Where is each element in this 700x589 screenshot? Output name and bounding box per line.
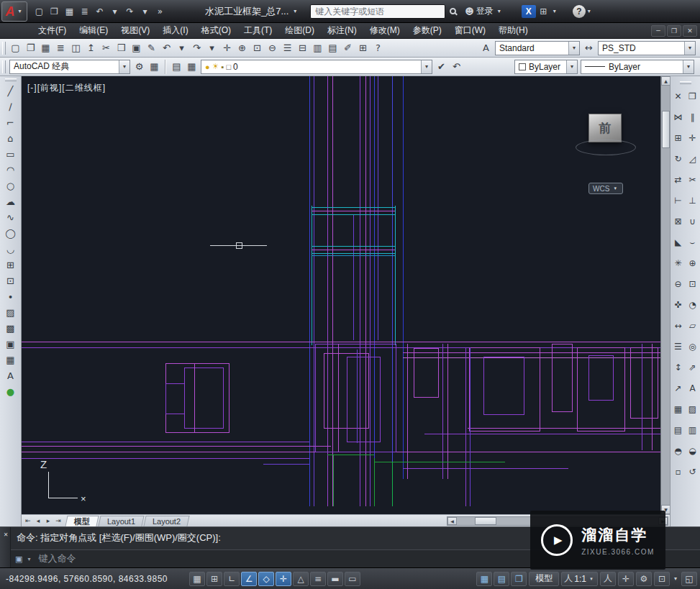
help-caret-icon[interactable] [586,8,593,14]
polygon-icon[interactable]: ⌂ [2,130,19,146]
match-properties-icon[interactable]: ✎ [144,40,159,55]
combo-caret-icon[interactable] [566,60,577,73]
quickcalc-icon[interactable]: ⊞ [355,40,371,55]
explode-icon[interactable]: ✳ [671,252,686,273]
dim-style-button[interactable]: ↔ [581,40,596,55]
layer-on-icon[interactable]: ● [205,63,210,71]
command-close-icon[interactable] [2,531,9,538]
menu-item[interactable]: 插入(I) [156,23,194,38]
zoom-extents-icon[interactable]: ⊡ [686,273,700,294]
markup-icon[interactable]: ✐ [340,40,355,55]
make-object-layer-current-icon[interactable]: ✔ [434,59,449,74]
scroll-left-icon[interactable] [447,517,457,525]
construction-line-icon[interactable]: ∕ [2,99,19,114]
insert-block-icon[interactable]: ⊞ [2,257,19,273]
menu-item[interactable]: 编辑(E) [73,23,114,38]
multiline-text-icon[interactable]: A [2,367,19,383]
gradient-icon[interactable]: ▩ [2,320,19,336]
command-input[interactable]: 键入命令 [38,552,76,565]
addselected-icon[interactable]: ● [2,383,19,399]
wcs-caret-icon[interactable] [612,186,619,191]
trim-icon[interactable]: ✂ [686,169,700,190]
toolbar-grip[interactable] [5,78,17,81]
copy-icon[interactable]: ❐ [686,86,700,106]
paste-icon[interactable]: ▣ [129,40,144,55]
autocad-menu-browser[interactable]: A [1,1,27,22]
layer-states-button[interactable]: ▦ [184,59,199,74]
copy-icon[interactable]: ❒ [114,40,129,55]
tab-first-icon[interactable]: ⇤ [23,516,33,526]
dim-linear-icon[interactable]: ↕ [671,357,686,378]
hscroll-thumb[interactable] [475,517,496,525]
layer-thaw-icon[interactable]: ☀ [212,62,219,71]
ellipse-arc-icon[interactable]: ◡ [2,241,19,257]
login-caret-icon[interactable] [496,8,503,14]
spline-icon[interactable]: ∿ [2,209,19,225]
document-tab[interactable]: 水泥工业框架_总7... [205,5,299,18]
view-cube[interactable]: 前 [588,114,622,142]
annotation-visibility-button[interactable]: 人 [600,572,616,586]
extend-icon[interactable]: ⊢ [671,190,686,211]
menu-item[interactable]: 修改(M) [363,23,406,38]
quick-view-layouts-icon[interactable]: ▤ [494,572,509,586]
cut-icon[interactable]: ✂ [99,40,114,55]
combo-caret-icon[interactable] [119,60,129,73]
region-icon[interactable]: ▣ [2,336,19,352]
tab-prev-icon[interactable]: ◂ [33,516,43,526]
apps-caret-icon[interactable] [551,8,558,14]
clean-screen-button[interactable]: ◱ [681,572,697,586]
offset-icon[interactable]: ∥ [686,106,700,127]
undo-caret[interactable]: ▾ [174,40,189,55]
id-point-icon[interactable]: ◎ [686,336,700,357]
redo-caret[interactable]: ▾ [204,40,219,55]
table-tool-icon[interactable]: ▦ [671,398,686,419]
status-menu-caret-icon[interactable] [672,575,679,582]
command-options-caret-icon[interactable] [25,556,32,562]
properties-icon[interactable]: ☰ [280,40,295,55]
table-icon[interactable]: ▦ [2,352,19,367]
menu-item[interactable]: 工具(T) [237,23,278,38]
linetype-combo[interactable]: ByLayer [581,60,694,74]
workspace-combo[interactable]: AutoCAD 经典 [9,60,130,74]
menu-item[interactable]: 标注(N) [321,23,363,38]
fillet-icon[interactable]: ⌣ [686,232,700,252]
measure-area-icon[interactable]: ▱ [686,315,700,336]
chamfer-icon[interactable]: ◣ [671,232,686,252]
arc-icon[interactable]: ◠ [2,162,19,178]
plot-icon[interactable]: ≣ [77,4,92,19]
rectangle-icon[interactable]: ▭ [2,146,19,162]
view-cube-compass[interactable] [576,140,636,155]
apps-button[interactable]: ⊞ [536,4,551,19]
toolbar-lock-button[interactable]: ⊡ [654,572,670,586]
qat-overflow-icon[interactable]: » [153,4,168,19]
pan-tool-icon[interactable]: ✜ [671,294,686,315]
toolbar-grip[interactable] [2,42,6,55]
combo-caret-icon[interactable] [568,42,579,55]
document-tab-caret-icon[interactable] [291,8,299,14]
save-icon[interactable]: ▦ [38,40,53,55]
qp-toggle[interactable]: ▭ [345,572,360,586]
login-button[interactable]: 登录 [476,5,494,17]
hatch-tool-icon[interactable]: ▨ [686,398,700,419]
ortho-toggle[interactable]: ∟ [224,572,240,586]
break-at-point-icon[interactable]: ⊥ [686,190,700,211]
window-minimize-icon[interactable] [651,25,665,37]
plot-icon[interactable]: ≣ [53,40,68,55]
plot-preview-icon[interactable]: ◫ [68,40,83,55]
erase-icon[interactable]: ✕ [671,86,686,106]
menu-item[interactable]: 文件(F) [32,23,73,38]
wcs-badge[interactable]: WCS [588,183,623,194]
help-icon[interactable]: ? [371,40,386,55]
menu-item[interactable]: 帮助(H) [492,23,535,38]
tab-next-icon[interactable]: ▸ [43,516,53,526]
pan-icon[interactable]: ✛ [219,40,235,55]
line-icon[interactable]: ╱ [2,83,19,99]
group-icon[interactable]: ▫ [671,461,686,482]
coordinates-display[interactable]: -84298.9496, 57660.8590, 84633.9850 [6,574,168,584]
draworder-front-icon[interactable]: ◓ [671,440,686,461]
dim-aligned-icon[interactable]: ⇗ [686,357,700,378]
circle-icon[interactable]: ○ [2,178,19,193]
measure-distance-icon[interactable]: ↔ [671,315,686,336]
vscroll-thumb[interactable] [662,111,670,148]
leader-icon[interactable]: ↗ [671,378,686,398]
